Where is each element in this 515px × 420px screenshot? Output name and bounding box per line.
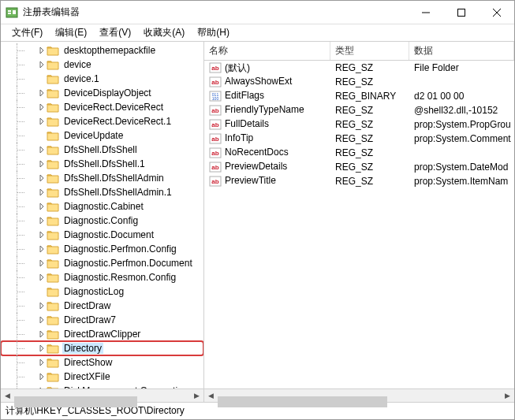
menu-view[interactable]: 查看(V)	[93, 24, 137, 41]
tree-guide	[7, 242, 37, 256]
tree-item[interactable]: Diagnostic.Cabinet	[1, 199, 203, 214]
expander-icon[interactable]	[37, 359, 47, 366]
value-name-cell: abNoRecentDocs	[204, 147, 330, 159]
list-row[interactable]: abNoRecentDocsREG_SZ	[204, 146, 514, 160]
tree-item-label: DirectXFile	[62, 371, 112, 382]
expander-icon[interactable]	[37, 232, 47, 238]
close-button[interactable]	[479, 1, 514, 24]
expander-icon[interactable]	[37, 47, 47, 54]
list-row[interactable]: abFullDetailsREG_SZprop:System.PropGrou	[204, 117, 514, 132]
tree-guide	[7, 228, 37, 242]
list-row[interactable]: abAlwaysShowExtREG_SZ	[204, 75, 514, 89]
col-header-data[interactable]: 数据	[409, 42, 514, 60]
expander-icon[interactable]	[37, 90, 47, 96]
tree-item-label: Directory	[62, 343, 103, 354]
list-scrollbar[interactable]: ◀ ▶	[204, 389, 514, 402]
svg-text:ab: ab	[211, 79, 218, 86]
tree-item[interactable]: DirectXFile	[1, 370, 203, 384]
value-name: NoRecentDocs	[225, 147, 289, 158]
expander-icon[interactable]	[37, 217, 47, 224]
tree-item[interactable]: desktopthemepackfile	[1, 43, 203, 58]
expander-icon[interactable]	[37, 374, 47, 380]
expander-icon[interactable]	[37, 260, 47, 266]
menu-file[interactable]: 文件(F)	[6, 24, 49, 41]
list-row[interactable]: abFriendlyTypeNameREG_SZ@shell32.dll,-10…	[204, 103, 514, 117]
tree-item[interactable]: DirectDrawClipper	[1, 327, 203, 341]
list-row[interactable]: abInfoTipREG_SZprop:System.Comment	[204, 132, 514, 146]
folder-icon	[47, 243, 59, 255]
tree-item[interactable]: DfsShell.DfsShellAdmin.1	[1, 185, 203, 199]
value-type-cell: REG_SZ	[330, 176, 409, 187]
list-row[interactable]: ab(默认)REG_SZFile Folder	[204, 61, 514, 75]
expander-icon[interactable]	[37, 345, 47, 351]
list-row[interactable]: 011100EditFlagsREG_BINARYd2 01 00 00	[204, 89, 514, 103]
expander-icon[interactable]	[37, 274, 47, 281]
scroll-left-icon[interactable]: ◀	[1, 389, 14, 403]
tree-item[interactable]: DirectDraw	[1, 299, 203, 313]
tree-item-label: Diagnostic.Perfmon.Document	[62, 258, 194, 269]
menu-help[interactable]: 帮助(H)	[191, 24, 236, 41]
tree-item[interactable]: DirectShow	[1, 355, 203, 370]
folder-icon	[47, 116, 59, 127]
tree-item[interactable]: Diagnostic.Document	[1, 228, 203, 242]
tree-item[interactable]: device.1	[1, 72, 203, 86]
expander-icon[interactable]	[37, 388, 47, 388]
col-header-name[interactable]: 名称	[204, 42, 330, 60]
tree-item[interactable]: DeviceDisplayObject	[1, 86, 203, 100]
expander-icon[interactable]	[37, 61, 47, 68]
tree-item[interactable]: Diagnostic.Config	[1, 214, 203, 228]
tree-scrollbar[interactable]: ◀ ▶	[1, 389, 204, 402]
expander-icon[interactable]	[37, 161, 47, 167]
scroll-right-icon[interactable]: ▶	[501, 389, 514, 403]
tree-item[interactable]: DeviceRect.DeviceRect	[1, 100, 203, 114]
scroll-left-icon[interactable]: ◀	[204, 389, 218, 403]
svg-text:ab: ab	[211, 164, 218, 171]
value-data-cell: prop:System.DateMod	[409, 162, 514, 173]
expander-icon[interactable]	[37, 246, 47, 252]
tree-item[interactable]: Directory	[1, 341, 203, 355]
scroll-right-icon[interactable]: ▶	[190, 389, 203, 403]
list-pane[interactable]: 名称 类型 数据 ab(默认)REG_SZFile FolderabAlways…	[204, 42, 514, 388]
expander-icon[interactable]	[37, 118, 47, 125]
tree-item[interactable]: device	[1, 58, 203, 72]
tree-item[interactable]: DiagnosticLog	[1, 284, 203, 299]
tree-item[interactable]: DeviceRect.DeviceRect.1	[1, 114, 203, 128]
tree-pane[interactable]: desktopthemepackfiledevicedevice.1Device…	[1, 42, 204, 388]
tree-guide	[7, 58, 37, 72]
tree-item[interactable]: DeviceUpdate	[1, 128, 203, 143]
expander-icon[interactable]	[37, 175, 47, 181]
tree-item[interactable]: DfsShell.DfsShellAdmin	[1, 171, 203, 185]
tree-item[interactable]: DfsShell.DfsShell	[1, 143, 203, 157]
folder-icon	[47, 329, 59, 340]
expander-icon[interactable]	[37, 331, 47, 337]
tree-guide	[7, 199, 37, 214]
string-value-icon: ab	[209, 161, 222, 173]
menu-edit[interactable]: 编辑(E)	[49, 24, 93, 41]
tree-item[interactable]: DfsShell.DfsShell.1	[1, 157, 203, 171]
expander-icon[interactable]	[37, 317, 47, 323]
folder-icon	[47, 144, 59, 155]
tree-item[interactable]: Diagnostic.Perfmon.Document	[1, 256, 203, 270]
minimize-button[interactable]	[408, 1, 443, 24]
value-data-cell: prop:System.Comment	[409, 133, 514, 144]
expander-icon[interactable]	[37, 189, 47, 195]
menu-favorites[interactable]: 收藏夹(A)	[137, 24, 191, 41]
list-row[interactable]: abPreviewTitleREG_SZprop:System.ItemNam	[204, 174, 514, 188]
tree-item[interactable]: Diagnostic.Perfmon.Config	[1, 242, 203, 256]
col-header-type[interactable]: 类型	[330, 42, 409, 60]
tree-item[interactable]: DirectDraw7	[1, 313, 203, 327]
tree-item[interactable]: DiskManagement.Connection	[1, 384, 203, 388]
tree-item-label: Diagnostic.Resmon.Config	[62, 272, 177, 283]
expander-icon[interactable]	[37, 147, 47, 153]
expander-icon[interactable]	[37, 104, 47, 110]
expander-icon[interactable]	[37, 203, 47, 210]
list-row[interactable]: abPreviewDetailsREG_SZprop:System.DateMo…	[204, 160, 514, 174]
value-type-cell: REG_SZ	[330, 105, 409, 116]
svg-rect-5	[457, 9, 465, 16]
expander-icon[interactable]	[37, 303, 47, 309]
value-name-cell: abAlwaysShowExt	[204, 76, 330, 88]
title-bar: 注册表编辑器	[1, 1, 514, 24]
tree-item[interactable]: Diagnostic.Resmon.Config	[1, 270, 203, 284]
maximize-button[interactable]	[443, 1, 479, 24]
folder-icon	[47, 102, 59, 113]
